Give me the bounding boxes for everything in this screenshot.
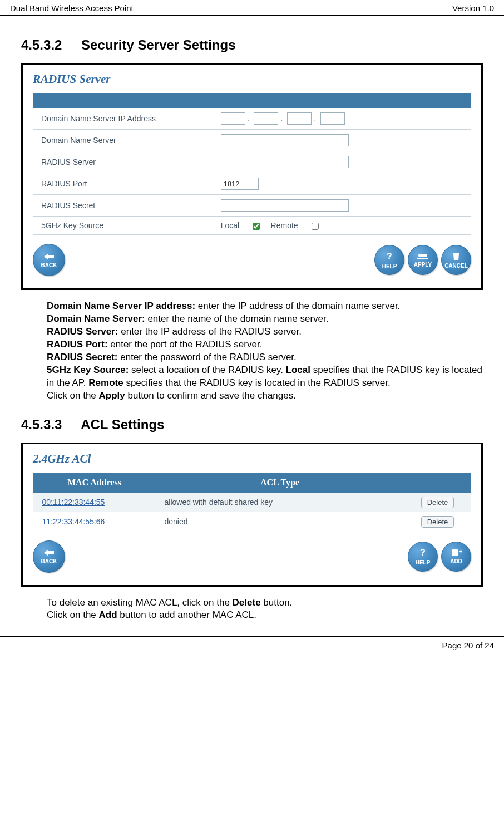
label-radius-port: RADIUS Port	[33, 173, 213, 195]
apply-label: APPLY	[414, 262, 432, 268]
radius-form-table: Domain Name Server IP Address . . . Doma…	[33, 93, 471, 235]
apply-button[interactable]: APPLY	[408, 245, 438, 275]
hand-back-icon	[42, 548, 56, 557]
section-number: 4.5.3.2	[21, 37, 62, 53]
delete-button[interactable]: Delete	[421, 516, 454, 528]
add-label: ADD	[450, 558, 462, 564]
back-label: BACK	[41, 262, 57, 268]
label-dns: Domain Name Server	[33, 130, 213, 151]
header-left: Dual Band Wireless Access Point	[10, 3, 134, 13]
cancel-button[interactable]: CANCEL	[441, 245, 471, 275]
section-number-acl: 4.5.3.3	[21, 417, 62, 432]
key-local-label: Local	[221, 221, 239, 230]
question-icon: ?	[384, 251, 395, 262]
plus-doc-icon: +	[451, 548, 462, 557]
svg-text:?: ?	[420, 548, 426, 557]
dns-ip-3[interactable]	[287, 112, 312, 125]
help-label: HELP	[382, 263, 397, 269]
svg-rect-2	[417, 258, 428, 259]
label-radius-server: RADIUS Server	[33, 151, 213, 173]
key-local-checkbox[interactable]	[253, 223, 260, 230]
svg-rect-1	[418, 254, 427, 257]
back-button[interactable]: BACK	[33, 244, 65, 276]
col-mac: MAC Address	[33, 473, 156, 492]
section-heading-acl: 4.5.3.3 ACL Settings	[21, 417, 483, 432]
acl-table: MAC Address ACL Type 00:11:22:33:44:55 a…	[33, 473, 471, 532]
svg-rect-4	[452, 549, 458, 556]
add-button[interactable]: + ADD	[441, 542, 471, 572]
section-title: Security Server Settings	[81, 37, 235, 52]
dns-ip-1[interactable]	[221, 112, 245, 125]
radius-panel-title: RADIUS Server	[33, 72, 471, 86]
back-button[interactable]: BACK	[33, 540, 65, 573]
radius-description: Domain Name Server IP address: enter the…	[47, 300, 483, 402]
question-icon: ?	[417, 547, 428, 558]
acl-panel: 2.4GHz ACl MAC Address ACL Type 00:11:22…	[21, 443, 483, 587]
radius-panel: RADIUS Server Domain Name Server IP Addr…	[21, 63, 483, 290]
dns-ip-4[interactable]	[320, 112, 345, 125]
label-key-source: 5GHz Key Source	[33, 217, 213, 235]
mac-link[interactable]: 11:22:33:44:55:66	[42, 517, 105, 526]
radius-server-input[interactable]	[221, 156, 349, 168]
help-label: HELP	[416, 559, 431, 566]
delete-button[interactable]: Delete	[421, 497, 454, 508]
radius-port-input[interactable]	[221, 178, 259, 190]
key-remote-label: Remote	[271, 221, 298, 230]
mac-link[interactable]: 00:11:22:33:44:55	[42, 498, 105, 507]
dns-input[interactable]	[221, 134, 349, 146]
header-right: Version 1.0	[452, 3, 494, 13]
col-type: ACL Type	[156, 473, 404, 492]
acl-type-cell: allowed with default shared key	[156, 492, 404, 512]
dns-ip-2[interactable]	[254, 112, 278, 125]
acl-type-cell: denied	[156, 512, 404, 532]
footer-text: Page 20 of 24	[442, 641, 494, 650]
trash-icon	[451, 252, 461, 262]
label-dns-ip: Domain Name Server IP Address	[33, 108, 213, 130]
svg-text:?: ?	[387, 252, 392, 261]
col-blank	[404, 473, 471, 492]
back-label: BACK	[41, 558, 57, 564]
radius-secret-input[interactable]	[221, 199, 349, 212]
table-row: 11:22:33:44:55:66 denied Delete	[33, 512, 471, 532]
acl-panel-title: 2.4GHz ACl	[33, 452, 471, 466]
svg-text:+: +	[459, 548, 462, 556]
hand-back-icon	[42, 252, 56, 261]
cancel-label: CANCEL	[444, 263, 468, 269]
label-radius-secret: RADIUS Secret	[33, 195, 213, 217]
key-remote-checkbox[interactable]	[312, 223, 319, 230]
help-button[interactable]: ? HELP	[408, 542, 438, 572]
help-button[interactable]: ? HELP	[374, 245, 404, 275]
section-heading-security: 4.5.3.2 Security Server Settings	[21, 37, 483, 53]
acl-description: To delete an existing MAC ACL, click on …	[47, 597, 483, 622]
stamp-icon	[417, 253, 429, 260]
table-row: 00:11:22:33:44:55 allowed with default s…	[33, 492, 471, 512]
section-title-acl: ACL Settings	[81, 417, 164, 432]
